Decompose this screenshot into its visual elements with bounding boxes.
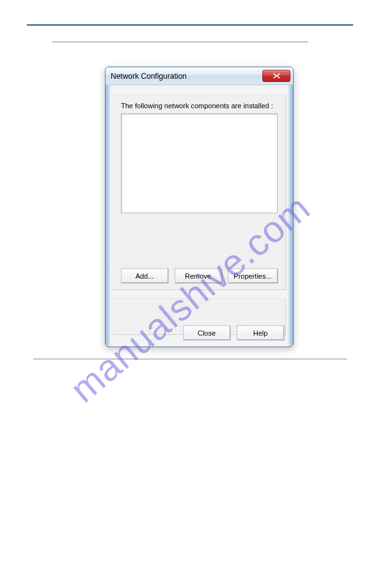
network-configuration-dialog: Network Configuration The following netw… [105, 67, 294, 347]
header-rule [27, 24, 353, 26]
help-button[interactable]: Help [237, 325, 284, 340]
dialog-body: The following network components are ins… [106, 85, 293, 347]
components-panel: The following network components are ins… [113, 95, 286, 290]
remove-button[interactable]: Remove [175, 268, 222, 283]
components-label: The following network components are ins… [121, 102, 278, 110]
close-button[interactable]: Close [183, 325, 230, 340]
dialog-footer-buttons: Close Help [183, 325, 284, 340]
properties-button[interactable]: Properties... [228, 268, 278, 283]
close-window-button[interactable] [262, 70, 290, 82]
action-button-row: Add... Remove Properties... [121, 268, 278, 283]
close-icon [273, 73, 280, 79]
dialog-titlebar[interactable]: Network Configuration [106, 67, 293, 85]
components-listbox[interactable] [121, 113, 278, 213]
add-button[interactable]: Add... [121, 268, 168, 283]
section-rule-top [52, 42, 308, 42]
dialog-title: Network Configuration [111, 72, 262, 81]
section-rule-bottom [33, 359, 347, 359]
